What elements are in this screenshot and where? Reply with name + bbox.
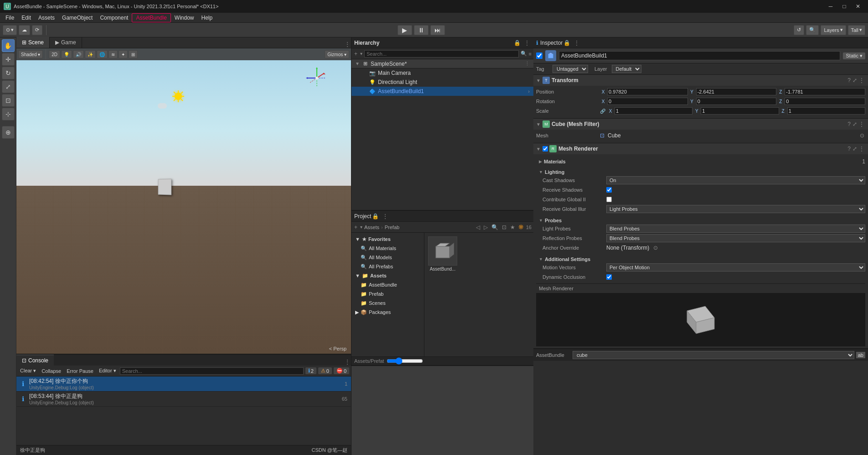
- asset-assetbundle-thumb[interactable]: AssetBund...: [428, 236, 457, 353]
- collab-button[interactable]: ⟳: [32, 25, 42, 35]
- rotate-tool[interactable]: ↻: [2, 67, 15, 79]
- project-search-left-button[interactable]: ◁: [475, 224, 481, 231]
- minimize-button[interactable]: ─: [824, 2, 837, 11]
- layers-dropdown[interactable]: Layers ▾: [821, 25, 846, 35]
- console-log-row-0[interactable]: ℹ [08:42:54] 徐中正你个狗 UnityEngine.Debug:Lo…: [16, 377, 351, 392]
- project-assets-folder[interactable]: ▼ 📁 Assets: [351, 271, 424, 280]
- motion-vectors-select[interactable]: Per Object Motion: [606, 263, 865, 272]
- project-search-right-button[interactable]: ▷: [483, 224, 489, 231]
- scl-y-input[interactable]: [701, 107, 779, 115]
- hierarchy-directional-light[interactable]: 💡 Directional Light: [351, 78, 533, 87]
- step-button[interactable]: ⏭: [430, 25, 445, 35]
- inspector-more-button[interactable]: ⋮: [573, 39, 580, 47]
- active-checkbox[interactable]: [536, 52, 542, 59]
- menu-assetbundle[interactable]: AssetBundle: [132, 13, 170, 22]
- project-search-button[interactable]: 🔍: [491, 224, 499, 231]
- scene-light-button[interactable]: 💡: [61, 50, 72, 58]
- receive-shadows-checkbox[interactable]: [606, 187, 612, 193]
- scene-grid-button[interactable]: ⊞: [129, 50, 138, 58]
- inspector-lock-button[interactable]: 🔒: [563, 39, 571, 47]
- project-prefab-folder[interactable]: 📁 Prefab: [351, 289, 424, 298]
- scene-fx-button[interactable]: ✨: [85, 50, 96, 58]
- console-search-input[interactable]: [120, 367, 304, 375]
- custom-tool-1[interactable]: ⊕: [2, 126, 15, 139]
- view-more-button[interactable]: ⋮: [344, 41, 351, 48]
- rot-y-input[interactable]: [696, 98, 777, 105]
- project-add-button[interactable]: +: [353, 224, 358, 231]
- project-favorites[interactable]: ▼ ★ Favorites: [351, 235, 424, 244]
- move-tool[interactable]: ✛: [2, 53, 15, 66]
- search-button[interactable]: 🔍: [806, 25, 819, 35]
- mf-expand-button[interactable]: ⤢: [852, 120, 858, 128]
- reflection-probes-select[interactable]: Blend Probes: [606, 234, 865, 242]
- additional-settings-header[interactable]: ▼ Additional Settings: [539, 255, 865, 263]
- transform-expand-button[interactable]: ⤢: [852, 77, 858, 84]
- materials-header[interactable]: ▶ Materials 1: [539, 157, 865, 166]
- error-pause-button[interactable]: Error Pause: [65, 368, 95, 374]
- project-scenes-folder[interactable]: 📁 Scenes: [351, 298, 424, 308]
- tab-game[interactable]: ▶ Game: [50, 37, 82, 48]
- scale-tool[interactable]: ⤢: [2, 80, 15, 93]
- menu-component[interactable]: Component: [96, 14, 132, 22]
- rot-x-input[interactable]: [607, 98, 688, 105]
- collapse-button[interactable]: Collapse: [40, 368, 63, 374]
- pause-button[interactable]: ⏸: [414, 25, 429, 35]
- scene-flare-button[interactable]: ✦: [119, 50, 128, 58]
- menu-edit[interactable]: Edit: [18, 14, 35, 22]
- project-lock-button[interactable]: 🔒: [371, 213, 380, 220]
- dynamic-occlusion-checkbox[interactable]: [606, 274, 612, 280]
- close-button[interactable]: ✕: [852, 2, 864, 11]
- clear-button[interactable]: Clear ▾: [18, 367, 38, 374]
- tag-select[interactable]: Untagged: [553, 65, 588, 73]
- scene-draw-mode[interactable]: Shaded ▾: [18, 50, 43, 58]
- mr-more-button[interactable]: ⋮: [858, 145, 865, 152]
- console-log-row-1[interactable]: ℹ [08:53:44] 徐中正是狗 UnityEngine.Debug:Log…: [16, 392, 351, 407]
- cloud-button[interactable]: ☁: [19, 25, 30, 35]
- undo-history-button[interactable]: ↺: [794, 25, 804, 35]
- hierarchy-scene-root[interactable]: ▼ ⊞ SampleScene* ⋮: [351, 59, 533, 68]
- hierarchy-main-camera[interactable]: 📷 Main Camera: [351, 68, 533, 78]
- transform-tool[interactable]: ⊹: [2, 108, 15, 120]
- contribute-gi-checkbox[interactable]: [606, 197, 612, 202]
- transform-help-button[interactable]: ?: [847, 77, 852, 84]
- project-all-prefabs[interactable]: 🔍 All Prefabs: [351, 262, 424, 271]
- transform-header[interactable]: ▼ T Transform ? ⤢ ⋮: [533, 75, 868, 86]
- menu-gameobject[interactable]: GameObject: [58, 14, 96, 22]
- tab-console[interactable]: ⊡ Console: [16, 355, 54, 366]
- project-star-button[interactable]: ★: [509, 224, 516, 231]
- mr-expand-button[interactable]: ⤢: [852, 145, 858, 152]
- project-all-materials[interactable]: 🔍 All Materials: [351, 244, 424, 253]
- mesh-filter-header[interactable]: ▼ M Cube (Mesh Filter) ? ⤢ ⋮: [533, 119, 868, 130]
- scl-z-input[interactable]: [787, 107, 865, 115]
- pos-z-input[interactable]: [785, 88, 865, 95]
- light-probes-select[interactable]: Blend Probes: [606, 225, 865, 233]
- anchor-select-button[interactable]: ⊙: [652, 244, 659, 251]
- project-more-button[interactable]: ⋮: [382, 213, 389, 220]
- probes-header[interactable]: ▼ Probes: [539, 216, 865, 225]
- menu-file[interactable]: File: [2, 14, 18, 22]
- editor-button[interactable]: Editor ▾: [97, 367, 118, 374]
- lighting-header[interactable]: ▼ Lighting: [539, 168, 865, 176]
- menu-window[interactable]: Window: [171, 14, 198, 22]
- asset-size-slider[interactable]: [387, 359, 423, 363]
- project-all-models[interactable]: 🔍 All Models: [351, 253, 424, 262]
- mf-more-button[interactable]: ⋮: [858, 120, 865, 128]
- play-button[interactable]: ▶: [398, 25, 412, 35]
- object-name-input[interactable]: [559, 51, 840, 60]
- scene-fog-button[interactable]: ≋: [108, 50, 118, 58]
- console-more-button[interactable]: ⋮: [344, 358, 351, 366]
- project-filter-button[interactable]: ⊡: [501, 224, 507, 231]
- scene-viewport[interactable]: Shaded ▾ 2D 💡 🔊 ✨ 🌐 ≋ ✦ ⊞ Gizmos ▾: [16, 48, 351, 354]
- project-assetbundle-folder[interactable]: 📁 AssetBundle: [351, 280, 424, 289]
- mf-help-button[interactable]: ?: [847, 120, 852, 128]
- scene-audio-button[interactable]: 🔊: [73, 50, 84, 58]
- pos-y-input[interactable]: [696, 88, 777, 95]
- ab-select[interactable]: cube: [573, 351, 854, 359]
- mesh-renderer-header[interactable]: ▼ R Mesh Renderer ? ⤢ ⋮: [533, 143, 868, 154]
- tab-scene[interactable]: ⊞ Scene: [16, 37, 50, 48]
- scene-gizmos-button[interactable]: Gizmos ▾: [325, 50, 349, 58]
- rect-tool[interactable]: ⊡: [2, 94, 15, 107]
- transform-more-button[interactable]: ⋮: [858, 77, 865, 84]
- hierarchy-search-input[interactable]: [364, 50, 519, 58]
- layer-select[interactable]: Default: [612, 65, 641, 73]
